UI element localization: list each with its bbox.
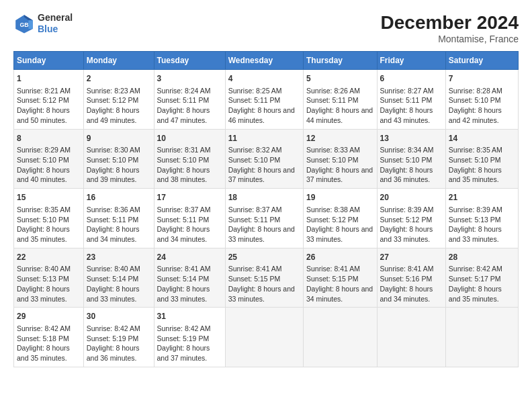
calendar-cell: 23Sunrise: 8:40 AMSunset: 5:14 PMDayligh… bbox=[83, 248, 154, 308]
calendar-cell: 26Sunrise: 8:41 AMSunset: 5:15 PMDayligh… bbox=[303, 248, 377, 308]
day-number: 1 bbox=[17, 73, 81, 85]
daylight-text: Daylight: 8 hours and 36 minutes. bbox=[87, 343, 151, 363]
day-number: 21 bbox=[449, 192, 515, 203]
sunrise-text: Sunrise: 8:40 AM bbox=[17, 264, 81, 274]
sunrise-text: Sunrise: 8:41 AM bbox=[157, 264, 222, 274]
sunset-text: Sunset: 5:18 PM bbox=[17, 334, 81, 344]
sunset-text: Sunset: 5:13 PM bbox=[17, 274, 81, 284]
calendar-cell bbox=[303, 308, 377, 367]
svg-marker-2 bbox=[28, 20, 32, 29]
sunrise-text: Sunrise: 8:37 AM bbox=[157, 205, 222, 215]
daylight-text: Daylight: 8 hours and 40 minutes. bbox=[17, 165, 81, 185]
calendar-cell: 9Sunrise: 8:30 AMSunset: 5:10 PMDaylight… bbox=[83, 129, 154, 189]
svg-text:GB: GB bbox=[19, 21, 28, 28]
col-friday: Friday bbox=[377, 52, 445, 70]
sunset-text: Sunset: 5:12 PM bbox=[87, 95, 151, 105]
daylight-text: Daylight: 8 hours and 33 minutes. bbox=[228, 224, 300, 244]
calendar-week-row: 1Sunrise: 8:21 AMSunset: 5:12 PMDaylight… bbox=[14, 70, 519, 130]
sunrise-text: Sunrise: 8:21 AM bbox=[17, 86, 81, 96]
sunset-text: Sunset: 5:14 PM bbox=[157, 274, 222, 284]
day-number: 26 bbox=[306, 252, 374, 263]
sunset-text: Sunset: 5:10 PM bbox=[87, 155, 151, 165]
sunset-text: Sunset: 5:16 PM bbox=[380, 274, 443, 284]
day-number: 13 bbox=[380, 133, 443, 144]
header-row-days: Sunday Monday Tuesday Wednesday Thursday… bbox=[14, 52, 519, 70]
sunrise-text: Sunrise: 8:40 AM bbox=[87, 264, 151, 274]
day-number: 4 bbox=[228, 73, 300, 85]
day-number: 6 bbox=[380, 73, 443, 85]
calendar-cell: 20Sunrise: 8:39 AMSunset: 5:12 PMDayligh… bbox=[377, 189, 445, 248]
daylight-text: Daylight: 8 hours and 34 minutes. bbox=[157, 224, 222, 244]
daylight-text: Daylight: 8 hours and 33 minutes. bbox=[17, 284, 81, 304]
calendar-cell: 13Sunrise: 8:34 AMSunset: 5:10 PMDayligh… bbox=[377, 129, 445, 189]
logo-icon: GB bbox=[13, 13, 35, 34]
daylight-text: Daylight: 8 hours and 39 minutes. bbox=[87, 165, 151, 185]
calendar-cell bbox=[225, 308, 303, 367]
calendar-cell: 2Sunrise: 8:23 AMSunset: 5:12 PMDaylight… bbox=[83, 70, 154, 130]
calendar-cell: 24Sunrise: 8:41 AMSunset: 5:14 PMDayligh… bbox=[154, 248, 225, 308]
sunset-text: Sunset: 5:10 PM bbox=[157, 155, 222, 165]
day-number: 14 bbox=[449, 133, 515, 144]
calendar-cell: 17Sunrise: 8:37 AMSunset: 5:11 PMDayligh… bbox=[154, 189, 225, 248]
sunrise-text: Sunrise: 8:36 AM bbox=[87, 205, 151, 215]
col-thursday: Thursday bbox=[303, 52, 377, 70]
calendar-cell: 5Sunrise: 8:26 AMSunset: 5:11 PMDaylight… bbox=[303, 70, 377, 130]
calendar-cell: 11Sunrise: 8:32 AMSunset: 5:10 PMDayligh… bbox=[225, 129, 303, 189]
calendar-week-row: 8Sunrise: 8:29 AMSunset: 5:10 PMDaylight… bbox=[14, 129, 519, 189]
daylight-text: Daylight: 8 hours and 44 minutes. bbox=[306, 105, 374, 125]
calendar-cell: 1Sunrise: 8:21 AMSunset: 5:12 PMDaylight… bbox=[14, 70, 84, 130]
sunrise-text: Sunrise: 8:42 AM bbox=[157, 324, 222, 334]
day-number: 11 bbox=[228, 133, 300, 144]
calendar-week-row: 29Sunrise: 8:42 AMSunset: 5:18 PMDayligh… bbox=[14, 308, 519, 367]
sunset-text: Sunset: 5:12 PM bbox=[380, 215, 443, 225]
day-number: 2 bbox=[87, 73, 151, 85]
sunrise-text: Sunrise: 8:35 AM bbox=[449, 145, 515, 155]
calendar-cell: 7Sunrise: 8:28 AMSunset: 5:10 PMDaylight… bbox=[445, 70, 518, 130]
calendar-table: Sunday Monday Tuesday Wednesday Thursday… bbox=[13, 51, 519, 367]
day-number: 17 bbox=[157, 192, 222, 203]
day-number: 25 bbox=[228, 252, 300, 263]
sunset-text: Sunset: 5:11 PM bbox=[306, 95, 374, 105]
sunset-text: Sunset: 5:19 PM bbox=[157, 334, 222, 344]
sunset-text: Sunset: 5:19 PM bbox=[87, 334, 151, 344]
calendar-cell: 18Sunrise: 8:37 AMSunset: 5:11 PMDayligh… bbox=[225, 189, 303, 248]
day-number: 10 bbox=[157, 133, 222, 144]
daylight-text: Daylight: 8 hours and 33 minutes. bbox=[87, 284, 151, 304]
sunrise-text: Sunrise: 8:34 AM bbox=[380, 145, 443, 155]
sunrise-text: Sunrise: 8:23 AM bbox=[87, 86, 151, 96]
daylight-text: Daylight: 8 hours and 34 minutes. bbox=[380, 284, 443, 304]
sunset-text: Sunset: 5:12 PM bbox=[17, 95, 81, 105]
calendar-cell: 22Sunrise: 8:40 AMSunset: 5:13 PMDayligh… bbox=[14, 248, 84, 308]
calendar-week-row: 22Sunrise: 8:40 AMSunset: 5:13 PMDayligh… bbox=[14, 248, 519, 308]
sunset-text: Sunset: 5:11 PM bbox=[380, 95, 443, 105]
logo: GB General Blue bbox=[13, 12, 73, 35]
day-number: 5 bbox=[306, 73, 374, 85]
sunset-text: Sunset: 5:10 PM bbox=[449, 95, 515, 105]
calendar-cell: 6Sunrise: 8:27 AMSunset: 5:11 PMDaylight… bbox=[377, 70, 445, 130]
calendar-cell: 16Sunrise: 8:36 AMSunset: 5:11 PMDayligh… bbox=[83, 189, 154, 248]
daylight-text: Daylight: 8 hours and 37 minutes. bbox=[228, 165, 300, 185]
daylight-text: Daylight: 8 hours and 43 minutes. bbox=[380, 105, 443, 125]
sunrise-text: Sunrise: 8:24 AM bbox=[157, 86, 222, 96]
sunset-text: Sunset: 5:11 PM bbox=[157, 215, 222, 225]
daylight-text: Daylight: 8 hours and 33 minutes. bbox=[157, 284, 222, 304]
calendar-cell bbox=[377, 308, 445, 367]
sunrise-text: Sunrise: 8:42 AM bbox=[449, 264, 515, 274]
sunset-text: Sunset: 5:11 PM bbox=[157, 95, 222, 105]
calendar-week-row: 15Sunrise: 8:35 AMSunset: 5:10 PMDayligh… bbox=[14, 189, 519, 248]
sunrise-text: Sunrise: 8:33 AM bbox=[306, 145, 374, 155]
sunset-text: Sunset: 5:15 PM bbox=[306, 274, 374, 284]
sunrise-text: Sunrise: 8:39 AM bbox=[449, 205, 515, 215]
daylight-text: Daylight: 8 hours and 46 minutes. bbox=[228, 105, 300, 125]
sunrise-text: Sunrise: 8:25 AM bbox=[228, 86, 300, 96]
sunrise-text: Sunrise: 8:39 AM bbox=[380, 205, 443, 215]
sunrise-text: Sunrise: 8:31 AM bbox=[157, 145, 222, 155]
calendar-cell: 31Sunrise: 8:42 AMSunset: 5:19 PMDayligh… bbox=[154, 308, 225, 367]
sunset-text: Sunset: 5:13 PM bbox=[449, 215, 515, 225]
daylight-text: Daylight: 8 hours and 33 minutes. bbox=[449, 224, 515, 244]
col-monday: Monday bbox=[83, 52, 154, 70]
calendar-cell: 10Sunrise: 8:31 AMSunset: 5:10 PMDayligh… bbox=[154, 129, 225, 189]
calendar-cell: 27Sunrise: 8:41 AMSunset: 5:16 PMDayligh… bbox=[377, 248, 445, 308]
daylight-text: Daylight: 8 hours and 47 minutes. bbox=[157, 105, 222, 125]
day-number: 23 bbox=[87, 252, 151, 263]
